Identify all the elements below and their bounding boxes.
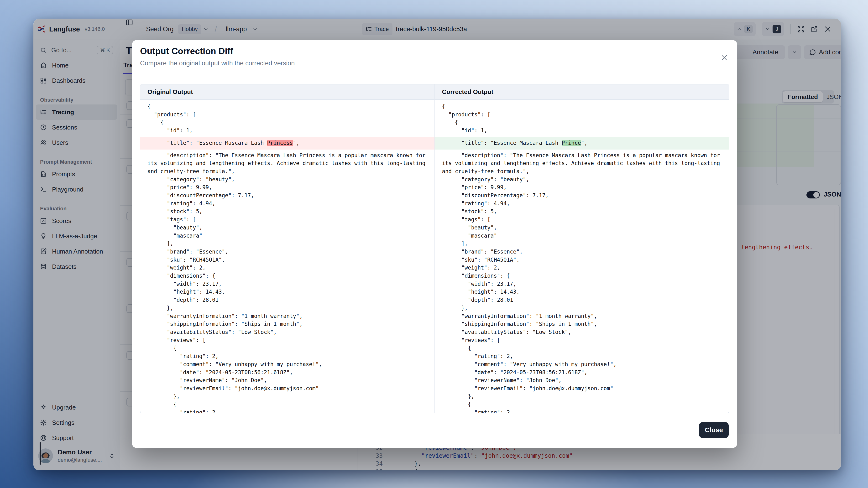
diff-line: "stock": 5, [140,207,434,216]
diff-line: "mascara" [140,232,434,240]
diff-line: "date": "2024-05-23T08:56:21.618Z", [140,368,434,377]
diff-line: "comment": "Very unhappy with my purchas… [435,360,729,368]
diff-line: "warrantyInformation": "1 month warranty… [140,312,434,320]
diff-line: "discountPercentage": 7.17, [140,192,434,200]
diff-line: "depth": 28.01 [435,296,729,304]
diff-line: "rating": 4.94, [140,200,434,208]
dialog-close-icon[interactable] [720,54,728,62]
diff-line: { [140,103,434,111]
diff-line: "beauty", [435,224,729,232]
diff-line: "mascara" [435,232,729,240]
diff-line: { [140,119,434,127]
diff-line: ], [140,240,434,248]
diff-line: "reviews": [ [435,336,729,345]
close-button[interactable]: Close [699,422,728,438]
diff-line: "availabilityStatus": "Low Stock", [140,328,434,336]
diff-word-added: Prince [562,140,581,146]
diff-line: "weight": 2, [140,264,434,272]
diff-line: "date": "2024-05-23T08:56:21.618Z", [435,368,729,377]
diff-line: "availabilityStatus": "Low Stock", [435,328,729,336]
diff-line: "shippingInformation": "Ships in 1 month… [140,320,434,328]
original-output-header: Original Output [140,85,434,100]
diff-line: "beauty", [140,224,434,232]
diff-line: "warrantyInformation": "1 month warranty… [435,312,729,320]
diff-line: "category": "beauty", [140,175,434,184]
corrected-output-code: { "products": [ { "id": 1, "title": "Ess… [435,100,729,413]
diff-line: "reviews": [ [140,336,434,345]
diff-line: "comment": "Very unhappy with my purchas… [140,360,434,368]
diff-line: "tags": [ [140,216,434,224]
diff-line: "height": 14.43, [435,288,729,296]
diff-line: "reviewerEmail": "john.doe@x.dummyjson.c… [140,385,434,393]
diff-line: "price": 9.99, [140,184,434,192]
output-correction-diff-dialog: Output Correction Diff Compare the origi… [132,40,737,448]
corrected-output-header: Corrected Output [435,85,729,100]
diff-line: }, [435,304,729,312]
diff-line: { [140,400,434,409]
diff-line: "description": "The Essence Mascara Lash… [435,152,729,175]
diff-line: "rating": 2, [435,352,729,360]
diff-line: "reviewerName": "John Doe", [140,377,434,385]
diff-line: "rating": 2, [140,352,434,360]
diff-line: "rating": 2, [140,409,434,413]
diff-line: "category": "beauty", [435,175,729,184]
diff-line: "weight": 2, [435,264,729,272]
dialog-subtitle: Compare the original output with the cor… [140,60,294,67]
diff-line: "shippingInformation": "Ships in 1 month… [435,320,729,328]
diff-line: "stock": 5, [435,207,729,216]
diff-line: "id": 1, [435,127,729,135]
diff-line: "rating": 2, [435,409,729,413]
diff-line: "description": "The Essence Mascara Lash… [140,152,434,175]
diff-line: "rating": 4.94, [435,200,729,208]
diff-line: "tags": [ [435,216,729,224]
diff-line: { [140,344,434,352]
diff-line: "depth": 28.01 [140,296,434,304]
diff-word-removed: Princess [267,140,293,146]
diff-line: "brand": "Essence", [435,248,729,256]
diff-line: "height": 14.43, [140,288,434,296]
diff-line: { [435,400,729,409]
diff-line: }, [140,304,434,312]
diff-line: "discountPercentage": 7.17, [435,192,729,200]
dialog-title: Output Correction Diff [140,46,234,56]
diff-line: "reviewerName": "John Doe", [435,377,729,385]
diff-line: "id": 1, [140,127,434,135]
app-window: Langfuse v3.146.0 Seed Org Hobby / llm-a… [33,19,841,470]
diff-line: "width": 23.17, [435,280,729,288]
diff-line: { [435,344,729,352]
diff-line: "reviewerEmail": "john.doe@x.dummyjson.c… [435,385,729,393]
diff-line: "sku": "RCH45Q1A", [435,256,729,264]
diff-line: "dimensions": { [140,272,434,280]
diff-line: }, [140,393,434,401]
diff-line: ], [435,240,729,248]
diff-line: "dimensions": { [435,272,729,280]
diff-line: { [435,103,729,111]
corrected-output-panel: Corrected Output { "products": [ { "id":… [434,85,729,413]
original-output-code: { "products": [ { "id": 1, "title": "Ess… [140,100,434,413]
diff-line: }, [435,393,729,401]
diff-changed-line: "title": "Essence Mascara Lash Princess"… [140,137,434,150]
diff-changed-line: "title": "Essence Mascara Lash Prince", [435,137,729,150]
original-output-panel: Original Output { "products": [ { "id": … [140,85,434,413]
diff-container: Original Output { "products": [ { "id": … [140,84,730,413]
diff-line: "products": [ [140,111,434,119]
diff-line: "brand": "Essence", [140,248,434,256]
diff-line: "sku": "RCH45Q1A", [140,256,434,264]
diff-line: "price": 9.99, [435,184,729,192]
diff-line: "products": [ [435,111,729,119]
diff-line: "width": 23.17, [140,280,434,288]
diff-line: { [435,119,729,127]
